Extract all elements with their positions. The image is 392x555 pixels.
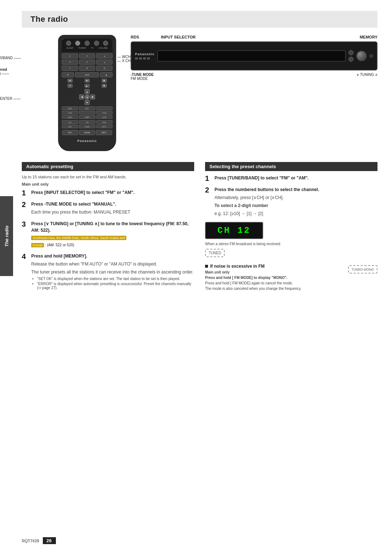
step-number: 3 (22, 220, 29, 249)
callout-enter: ENTER —— (0, 97, 21, 101)
auto-step-3: 3 Press [∨ TUNING] or [TUNING ∧] to tune… (22, 220, 194, 249)
selecting-preset-header: Selecting the preset channels (205, 162, 377, 171)
automatic-main-unit-only: Main unit only (22, 182, 194, 186)
rds-label: RDS (131, 35, 139, 39)
input-selector-label: INPUT SELECTOR (161, 35, 196, 39)
step-bullets: "SET OK" is displayed when the stations … (31, 277, 194, 290)
unit-knob (356, 51, 367, 61)
bullet-item: "SET OK" is displayed when the stations … (37, 277, 194, 281)
auto-step-4: 4 Press and hold [MEMORY]. Release the b… (22, 253, 194, 291)
highlight-box: Southeast Asia, the Middle East, South A… (31, 236, 126, 240)
callout-numbered-buttons: Numbered buttons —— (0, 68, 9, 76)
channel-display: CH 12 (205, 222, 263, 239)
step-note2: The tuner presets all the stations it ca… (31, 269, 194, 275)
step-number: 1 (22, 189, 29, 197)
step-note1: Release the button when "FM AUTO" or "AM… (31, 261, 194, 267)
preset-step-1: 1 Press [TUNER/BAND] to select "FM" or "… (205, 175, 377, 183)
step-sub3: e.g. 12: [≥10] → [1] → [2] (215, 210, 377, 217)
preset-step-2: 2 Press the numbered buttons to select t… (205, 186, 377, 218)
step-sub1: Alternatively, press [∨CH] or [∧CH]. (215, 194, 377, 201)
unit-box: Panasonic (131, 41, 377, 70)
callout-wch: — WCH — X CH (117, 55, 131, 63)
noise-note2: The mode is also canceled when you chang… (205, 287, 377, 291)
step-number: 2 (22, 201, 29, 217)
square-bullet-icon (205, 265, 208, 268)
remote-control-diagram: TUNER/BAND —— Numbered buttons —— ENTER … (22, 35, 116, 151)
diagram-area: TUNER/BAND —— Numbered buttons —— ENTER … (22, 35, 377, 151)
unit-display (158, 50, 346, 61)
noise-section: TUNED MONO If noise is excessive in FM M… (205, 264, 377, 292)
automatic-presetting-section: Automatic presetting Up to 15 stations c… (22, 162, 194, 295)
noise-header: If noise is excessive in FM (205, 264, 348, 269)
step-sub2: To select a 2-digit number (215, 202, 377, 209)
unit-bottom-labels: -TUNE MODE FM MODE ∨ TUNING ∧ (131, 73, 377, 81)
page-title: The radio (22, 11, 377, 28)
step-sub: Each time you press the button: MANUAL P… (31, 209, 194, 215)
unit-brand: Panasonic (135, 52, 155, 56)
remote-brand: Panasonic (62, 139, 113, 143)
automatic-intro: Up to 15 stations can each be set in the… (22, 175, 194, 179)
tuned-indicator: TUNED (205, 249, 225, 257)
tuned-mono-indicator: TUNED MONO (348, 265, 378, 274)
page-footer-row: RQT7429 26 (22, 537, 55, 544)
step-number: 4 (22, 253, 29, 291)
remote-body: SLEEPTUNERTVVOLUME 1 2 ∧ 4 5 ∨ 7 8 9 (58, 35, 116, 151)
highlight-box2: Kuwait (31, 243, 44, 247)
auto-step-2: 2 Press -TUNE MODE to select "MANUAL". E… (22, 201, 194, 217)
fm-mode-label: FM MODE (131, 77, 154, 81)
rqt-code-footer: RQT7429 (22, 539, 39, 543)
sidebar-label: The radio (0, 196, 13, 276)
stereo-note: When a stereo FM broadcast is being rece… (205, 242, 377, 246)
bullet-item: "ERROR" is displayed when automatic pres… (37, 282, 194, 290)
callout-tuner-band: TUNER/BAND —— (0, 56, 21, 60)
unit-top-labels: RDS INPUT SELECTOR MEMORY (131, 35, 377, 39)
memory-label: MEMORY (360, 35, 377, 39)
selecting-preset-section: Selecting the preset channels 1 Press [T… (205, 162, 377, 295)
content-columns: Automatic presetting Up to 15 stations c… (22, 162, 377, 295)
tune-mode-label: -TUNE MODE (131, 73, 154, 77)
auto-step-1: 1 Press [INPUT SELECTOR] to select "FM" … (22, 189, 194, 197)
tuning-label: ∨ TUNING ∧ (356, 73, 377, 81)
step-number: 2 (205, 186, 212, 218)
noise-instruction: Press and hold [ FM MODE] to display "MO… (205, 276, 377, 280)
automatic-presetting-header: Automatic presetting (22, 162, 194, 171)
step-number: 1 (205, 175, 212, 183)
noise-note1: Press and hold [ FM MODE] again to cance… (205, 281, 377, 285)
page-number-footer: 26 (43, 537, 55, 544)
highlight-suffix: : (AM: 522 or 520) (45, 243, 74, 247)
unit-diagram: RDS INPUT SELECTOR MEMORY Panasonic (131, 35, 377, 81)
